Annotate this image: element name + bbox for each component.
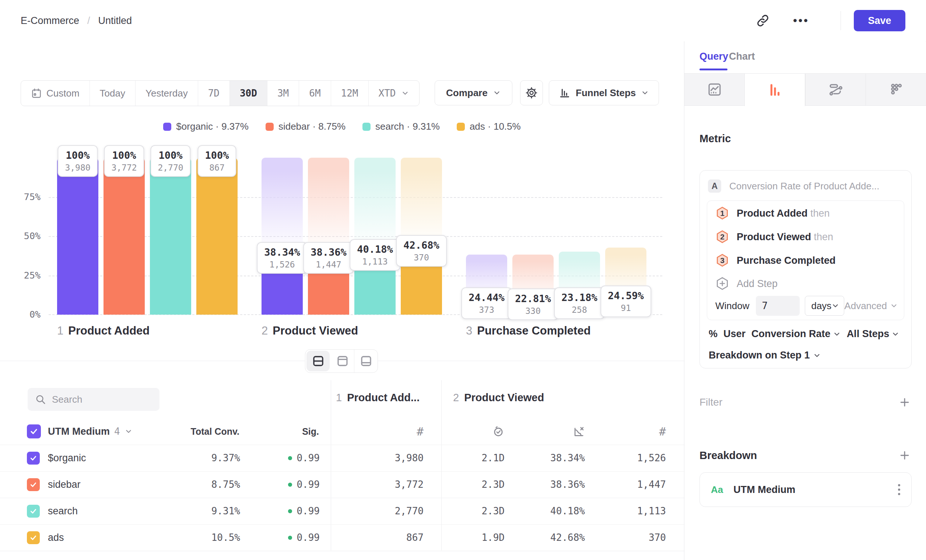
sig-column-header[interactable]: Sig. [236,424,319,439]
breakdown-item[interactable]: Aa UTM Medium [699,472,912,507]
measure-symbol[interactable]: % [709,328,717,340]
range-yesterday[interactable]: Yesterday [136,81,198,106]
row-conv-rate: 38.34% [508,445,585,471]
range-3m[interactable]: 3M [268,81,299,106]
measure-scope-dropdown[interactable]: All Steps [847,328,900,340]
total-conv-column-header[interactable]: Total Conv. [158,424,239,439]
funnel-step-item[interactable]: 2 Product Viewed then [715,225,833,249]
conversion-chart-icon [572,425,585,438]
breakdown-value-count: 4 [114,426,120,437]
date-range-picker: CustomTodayYesterday7D30D3M6M12MXTD [21,80,419,106]
step1-count-column-header[interactable]: # [387,424,424,439]
compare-button[interactable]: Compare [435,80,512,105]
table-search-input[interactable]: Search [28,388,159,411]
add-breakdown-button[interactable] [898,449,911,462]
tab-query[interactable]: Query [699,51,728,62]
breakdown-on-dropdown[interactable]: Breakdown on Step 1 [709,350,821,361]
insights-icon [707,82,722,97]
hexagon-plus-icon [715,276,729,291]
avg-time-column-header[interactable] [468,424,505,439]
layout-toggle-split[interactable] [306,351,330,371]
chart-settings-button[interactable] [520,80,543,105]
kebab-menu-icon[interactable] [898,484,900,495]
metric-series-row[interactable]: A Conversion Rate of Product Adde... [708,179,880,193]
legend-item[interactable]: search · 9.31% [362,121,440,132]
measure-entity[interactable]: User [723,328,746,340]
save-button[interactable]: Save [854,10,905,31]
row-name[interactable]: $organic [48,445,86,471]
range-xtd[interactable]: XTD [369,81,419,106]
range-12m[interactable]: 12M [331,81,369,106]
window-value-input[interactable]: 7 [756,296,800,316]
step2-count-column-header[interactable]: # [629,424,666,439]
select-all-checkbox[interactable] [27,424,41,439]
ellipsis-icon: ••• [793,14,809,27]
more-options-button[interactable]: ••• [791,11,811,30]
funnel-bar[interactable] [196,158,238,315]
report-type-funnels[interactable] [744,74,805,106]
table-row: sidebar 8.75% 0.99 3,772 2.3D 38.36% 1,4… [0,472,684,498]
row-checkbox[interactable] [27,531,40,544]
row-avg-time: 1.9D [427,525,505,551]
legend-item[interactable]: sidebar · 8.75% [266,121,345,132]
chart-legend: $organic · 9.37% sidebar · 8.75% search … [0,121,684,132]
funnel-bar[interactable] [150,158,191,315]
gear-icon [525,86,538,99]
row-checkbox[interactable] [27,452,40,465]
report-type-tabs [684,73,926,106]
layout-toggle-chart-only[interactable] [331,350,354,372]
add-step-button[interactable]: Add Step [715,274,778,294]
add-filter-button[interactable] [898,396,911,409]
funnel-bar[interactable] [103,158,145,315]
row-name[interactable]: ads [48,525,64,551]
y-axis-tick: 50% [11,231,41,241]
legend-item[interactable]: ads · 10.5% [457,121,521,132]
funnel-step-label: 2Product Viewed [262,324,358,338]
funnel-step-item[interactable]: 3 Purchase Completed [715,249,836,272]
funnel-bar[interactable] [57,158,98,315]
funnel-report-page: E-Commerce / Untitled ••• Save CustomTod… [0,0,926,560]
row-name[interactable]: search [48,498,78,524]
chart-type-label: Funnel Steps [576,87,636,99]
funnel-step-item[interactable]: 1 Product Added then [715,201,830,225]
copy-link-button[interactable] [753,11,773,30]
range-today[interactable]: Today [90,81,136,106]
bar-value-label: 100%3,980 [57,145,98,177]
report-type-insights[interactable] [684,74,744,105]
row-checkbox[interactable] [27,505,40,518]
measure-metric-dropdown[interactable]: Conversion Rate [751,328,841,340]
breadcrumb-project[interactable]: E-Commerce [21,15,79,27]
report-type-retention[interactable] [865,74,926,105]
advanced-toggle[interactable]: Advanced [844,300,898,312]
breakdown-column-header[interactable]: UTM Medium 4 [48,424,133,439]
range-7d[interactable]: 7D [198,81,230,106]
chart-type-selector[interactable]: Funnel Steps [549,80,659,105]
breadcrumb-page-title[interactable]: Untitled [98,15,132,27]
row-name[interactable]: sidebar [48,472,81,498]
breakdown-label: Breakdown [699,450,757,462]
tab-chart[interactable]: Chart [729,51,755,62]
row-step2-count: 370 [589,525,666,551]
layout-toggle-table-only[interactable] [354,350,378,372]
row-checkbox[interactable] [27,478,40,491]
funnel-step-label: 3Purchase Completed [466,324,591,338]
sig-dot [288,456,292,460]
chevron-down-icon [891,330,899,338]
chevron-down-icon [401,89,409,97]
legend-item[interactable]: $organic · 9.37% [163,121,249,132]
row-conv-rate: 40.18% [508,498,585,524]
range-custom[interactable]: Custom [21,81,90,106]
link-icon [756,14,770,28]
window-unit-select[interactable]: days [805,296,844,316]
row-avg-time: 2.3D [427,472,505,498]
bar-value-label: 40.18%1,113 [350,239,400,271]
window-label: Window [715,300,749,312]
bar-value-label: 23.18%258 [554,288,605,319]
report-type-flows[interactable] [805,74,865,105]
range-30d[interactable]: 30D [230,81,268,106]
range-6m[interactable]: 6M [299,81,331,106]
conv-rate-column-header[interactable] [548,424,585,439]
hash-icon: # [659,425,666,438]
bar-value-label: 100%3,772 [104,145,144,177]
series-title: Conversion Rate of Product Adde... [729,180,880,192]
